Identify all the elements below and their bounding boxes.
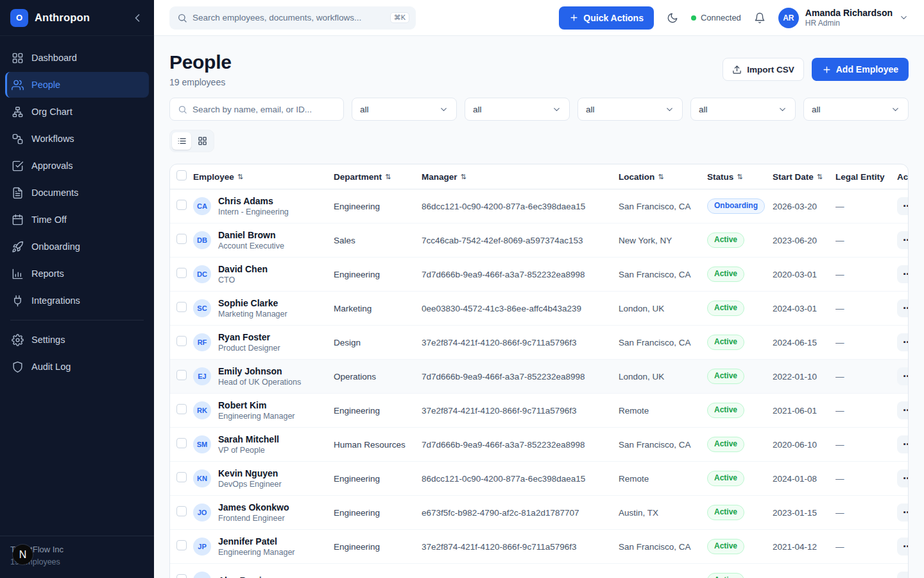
table-row[interactable]: SM Sarah Mitchell VP of People Human Res… [170, 428, 909, 462]
employee-name[interactable]: Kevin Nguyen [218, 468, 282, 479]
row-checkbox[interactable] [176, 438, 187, 448]
column-header-employee[interactable]: Employee⇅ [193, 172, 334, 182]
sidebar-item-audit-log[interactable]: Audit Log [5, 354, 149, 380]
row-checkbox[interactable] [176, 540, 187, 550]
select-all-checkbox[interactable] [176, 170, 187, 180]
global-search[interactable]: ⌘K [169, 6, 416, 30]
table-row[interactable]: DB Daniel Brown Account Executive Sales … [170, 223, 909, 258]
notifications-button[interactable] [753, 11, 767, 25]
filter-dropdown-4[interactable]: all [690, 98, 796, 121]
table-row[interactable]: EJ Emily Johnson Head of UK Operations O… [170, 360, 909, 394]
sidebar-item-integrations[interactable]: Integrations [5, 288, 149, 313]
row-checkbox[interactable] [176, 336, 187, 346]
row-checkbox[interactable] [176, 472, 187, 482]
sidebar-item-workflows[interactable]: Workflows [5, 126, 149, 152]
employee-name[interactable]: Jennifer Patel [218, 536, 295, 547]
employee-name[interactable]: Sarah Mitchell [218, 434, 279, 445]
sidebar-item-reports[interactable]: Reports [5, 261, 149, 286]
row-checkbox[interactable] [176, 370, 187, 380]
import-csv-button[interactable]: Import CSV [723, 58, 804, 81]
dev-overlay-badge[interactable]: N [13, 545, 33, 565]
sidebar-item-documents[interactable]: Documents [5, 180, 149, 206]
employee-name[interactable]: Emily Johnson [218, 365, 301, 377]
grid-view-button[interactable] [193, 132, 212, 150]
row-actions-button[interactable]: ⋯ [897, 572, 909, 578]
sidebar-item-dashboard[interactable]: Dashboard [5, 45, 149, 71]
employee-avatar: DB [193, 231, 211, 249]
table-row[interactable]: DC David Chen CTO Engineering 7d7d666b-9… [170, 258, 909, 292]
table-row[interactable]: AR Alex Ramirez Engineering 86dcc121-0c9… [170, 564, 909, 578]
row-actions-button[interactable]: ⋯ [897, 367, 909, 385]
column-header-department[interactable]: Department⇅ [334, 172, 422, 182]
sidebar-item-label: Workflows [31, 134, 74, 144]
row-actions-button[interactable]: ⋯ [897, 333, 909, 351]
employee-name[interactable]: Sophie Clarke [218, 297, 287, 309]
sidebar-item-onboarding[interactable]: Onboarding [5, 234, 149, 259]
start-date-cell: 2022-01-10 [773, 372, 835, 381]
sidebar-item-approvals[interactable]: Approvals [5, 153, 149, 179]
location-cell: San Francisco, CA [619, 542, 707, 552]
sidebar-collapse-button[interactable] [131, 12, 144, 24]
location-cell: San Francisco, CA [619, 202, 707, 211]
filter-dropdown-3[interactable]: all [578, 98, 683, 121]
row-actions-button[interactable]: ⋯ [897, 401, 909, 419]
row-actions-button[interactable]: ⋯ [897, 435, 909, 453]
row-actions-button[interactable]: ⋯ [897, 469, 909, 487]
row-actions-button[interactable]: ⋯ [897, 504, 909, 521]
table-row[interactable]: RF Ryan Foster Product Designer Design 3… [170, 326, 909, 360]
location-cell: San Francisco, CA [619, 576, 707, 578]
filter-dropdown-2[interactable]: all [465, 98, 570, 121]
manager-cell: 7d7d666b-9ea9-466f-a3a7-852232ea8998 [422, 270, 619, 279]
row-actions-button[interactable]: ⋯ [897, 265, 909, 283]
row-checkbox[interactable] [176, 200, 187, 210]
column-header-start-date[interactable]: Start Date⇅ [773, 172, 835, 182]
column-header-location[interactable]: Location⇅ [619, 172, 707, 182]
table-row[interactable]: JO James Okonkwo Frontend Engineer Engin… [170, 496, 909, 530]
global-search-input[interactable] [193, 13, 385, 22]
table-search[interactable] [169, 98, 344, 121]
row-actions-button[interactable]: ⋯ [897, 538, 909, 556]
row-checkbox[interactable] [176, 234, 187, 244]
filter-dropdown-5[interactable]: all [803, 98, 909, 121]
row-checkbox[interactable] [176, 268, 187, 278]
filter-dropdown-1[interactable]: all [352, 98, 457, 121]
table-row[interactable]: KN Kevin Nguyen DevOps Engineer Engineer… [170, 462, 909, 496]
page-actions: Import CSV Add Employee [723, 58, 909, 81]
row-checkbox[interactable] [176, 574, 187, 578]
employee-name[interactable]: Daniel Brown [218, 229, 284, 241]
table-row[interactable]: JP Jennifer Patel Engineering Manager En… [170, 530, 909, 564]
employee-name[interactable]: James Okonkwo [218, 502, 289, 513]
employee-avatar: JP [193, 538, 211, 556]
column-header-manager[interactable]: Manager⇅ [422, 172, 619, 182]
employee-name[interactable]: Chris Adams [218, 195, 289, 207]
user-menu[interactable]: AR Amanda Richardson HR Admin [778, 8, 909, 28]
status-cell: Active [707, 403, 773, 419]
row-checkbox[interactable] [176, 302, 187, 312]
row-actions-button[interactable]: ⋯ [897, 231, 909, 249]
row-checkbox[interactable] [176, 404, 187, 414]
dark-mode-toggle[interactable] [665, 11, 680, 25]
sidebar-item-org-chart[interactable]: Org Chart [5, 99, 149, 125]
sidebar-item-time-off[interactable]: Time Off [5, 207, 149, 232]
employee-name[interactable]: David Chen [218, 263, 268, 275]
table-row[interactable]: SC Sophie Clarke Marketing Manager Marke… [170, 292, 909, 326]
table-header-row: Employee⇅Department⇅Manager⇅Location⇅Sta… [170, 164, 909, 189]
table-row[interactable]: CA Chris Adams Intern - Engineering Engi… [170, 189, 909, 223]
quick-actions-button[interactable]: Quick Actions [559, 6, 654, 30]
column-header-status[interactable]: Status⇅ [707, 172, 773, 182]
table-row[interactable]: RK Robert Kim Engineering Manager Engine… [170, 394, 909, 428]
row-actions-button[interactable]: ⋯ [897, 197, 909, 215]
employee-name[interactable]: Robert Kim [218, 399, 295, 411]
employee-name[interactable]: Alex Ramirez [218, 575, 275, 578]
row-actions-button[interactable]: ⋯ [897, 299, 909, 317]
sidebar-item-settings[interactable]: Settings [5, 327, 149, 353]
employee-name[interactable]: Ryan Foster [218, 331, 280, 343]
status-badge: Active [707, 267, 744, 283]
list-view-button[interactable] [172, 132, 191, 150]
table-search-input[interactable] [193, 105, 336, 114]
row-checkbox[interactable] [176, 506, 187, 516]
column-header-legal-entity: Legal Entity [835, 172, 897, 182]
add-employee-button[interactable]: Add Employee [812, 58, 909, 81]
location-cell: Austin, TX [619, 508, 707, 518]
sidebar-item-people[interactable]: People [5, 72, 149, 98]
